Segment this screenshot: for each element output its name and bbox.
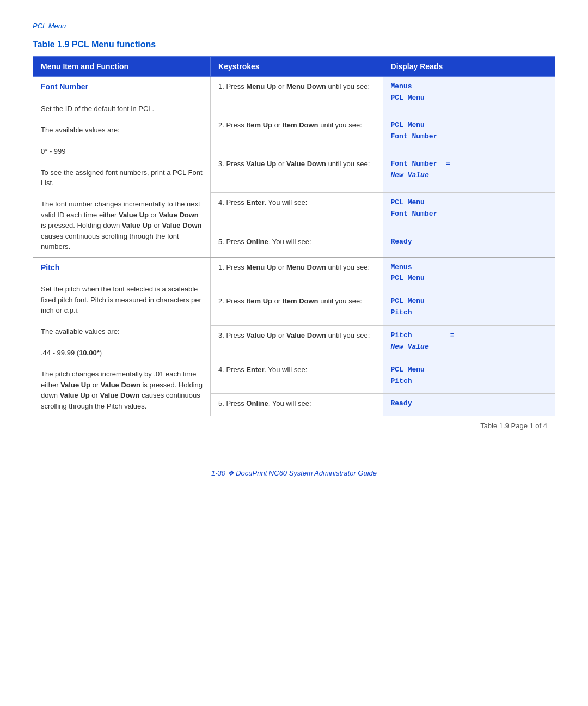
font-number-display-2: PCL Menu Font Number	[383, 115, 555, 154]
pitch-key-3: 3. Press Value Up or Value Down until yo…	[211, 326, 383, 360]
pitch-display-1: Menus PCL Menu	[383, 257, 555, 291]
footer-page-label: Table 1.9 Page 1 of 4	[33, 416, 555, 436]
font-number-key-4: 4. Press Enter. You will see:	[211, 193, 383, 232]
col-header-menu: Menu Item and Function	[33, 57, 211, 77]
font-number-display-4: PCL Menu Font Number	[383, 193, 555, 232]
pitch-label: Pitch	[41, 263, 59, 272]
breadcrumb: PCL Menu	[33, 22, 555, 30]
table-title: Table 1.9 PCL Menu functions	[33, 40, 555, 50]
page-footer: 1-30 ❖ DocuPrint NC60 System Administrat…	[33, 469, 555, 477]
font-number-key-1: 1. Press Menu Up or Menu Down until you …	[211, 77, 383, 115]
pitch-key-1: 1. Press Menu Up or Menu Down until you …	[211, 257, 383, 291]
col-header-display: Display Reads	[383, 57, 555, 77]
font-number-display-1: Menus PCL Menu	[383, 77, 555, 115]
font-number-display-5: Ready	[383, 232, 555, 257]
table-header-row: Menu Item and Function Keystrokes Displa…	[33, 57, 555, 77]
font-number-display-3: Font Number = New Value	[383, 154, 555, 193]
col-header-keystrokes: Keystrokes	[211, 57, 383, 77]
pitch-display-3: Pitch = New Value	[383, 326, 555, 360]
pitch-menu-cell: Pitch Set the pitch when the font select…	[33, 257, 211, 416]
pitch-display-5: Ready	[383, 394, 555, 416]
pitch-key-2: 2. Press Item Up or Item Down until you …	[211, 291, 383, 326]
font-number-key-3: 3. Press Value Up or Value Down until yo…	[211, 154, 383, 193]
pitch-key-5: 5. Press Online. You will see:	[211, 394, 383, 416]
pitch-display-4: PCL Menu Pitch	[383, 360, 555, 394]
pitch-display-2: PCL Menu Pitch	[383, 291, 555, 326]
font-number-label: Font Number	[41, 82, 88, 91]
table-footer-row: Table 1.9 Page 1 of 4	[33, 416, 555, 436]
table-row: Font Number Set the ID of the default fo…	[33, 77, 555, 115]
pcl-menu-table: Menu Item and Function Keystrokes Displa…	[33, 56, 555, 436]
font-number-key-2: 2. Press Item Up or Item Down until you …	[211, 115, 383, 154]
font-number-menu-cell: Font Number Set the ID of the default fo…	[33, 77, 211, 257]
pitch-key-4: 4. Press Enter. You will see:	[211, 360, 383, 394]
font-number-key-5: 5. Press Online. You will see:	[211, 232, 383, 257]
table-row row-separator: Pitch Set the pitch when the font select…	[33, 257, 555, 291]
